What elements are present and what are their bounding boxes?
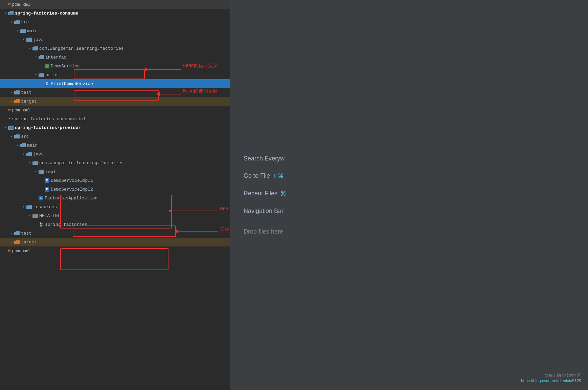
tree-item-DemoServiceImpl2[interactable]: CDemoServiceImpl2 bbox=[0, 185, 230, 194]
tree-item-DemoServiceImpl1[interactable]: CDemoServiceImpl1 bbox=[0, 176, 230, 185]
tree-item-label: spring-factories-provider bbox=[15, 125, 81, 130]
tree-item-interfac[interactable]: interfac bbox=[0, 53, 230, 62]
recent-files-label: Recent Files bbox=[244, 190, 277, 197]
tree-item-pom-top[interactable]: mpom.xml bbox=[0, 0, 230, 9]
folder-icon bbox=[26, 204, 32, 209]
folder-icon bbox=[20, 28, 26, 33]
go-to-file-label: Go to File bbox=[244, 172, 270, 179]
tree-item-label: java bbox=[33, 37, 44, 42]
tree-item-label: com.wangzemin.learning.factories bbox=[39, 46, 124, 51]
collapse-arrow[interactable] bbox=[27, 46, 32, 51]
file-tree: mpom.xml spring-factories-consume src ma… bbox=[0, 0, 230, 255]
tree-item-pom-1[interactable]: mpom.xml bbox=[0, 106, 230, 114]
tree-item-test-2[interactable]: test bbox=[0, 229, 230, 238]
expand-arrow[interactable] bbox=[9, 231, 14, 236]
drop-files-label: Drop files here bbox=[244, 228, 588, 235]
folder-icon bbox=[39, 55, 44, 60]
svg-rect-0 bbox=[9, 13, 13, 15]
search-everywhere-label: Search Everyw bbox=[244, 155, 285, 162]
collapse-arrow[interactable] bbox=[33, 72, 39, 78]
collapse-arrow[interactable] bbox=[3, 10, 8, 16]
tree-item-pom-2[interactable]: mpom.xml bbox=[0, 246, 230, 255]
tree-item-java-1[interactable]: java bbox=[0, 35, 230, 44]
tree-item-label: src bbox=[21, 20, 29, 25]
xml-icon: m bbox=[8, 108, 10, 112]
tree-item-com-wangzemin-2[interactable]: com.wangzemin.learning.factories bbox=[0, 158, 230, 167]
recent-files-key: ⌘ bbox=[280, 190, 286, 197]
tree-item-label: spring-factories-consume.iml bbox=[12, 116, 86, 122]
tree-item-com-wangzemin-1[interactable]: com.wangzemin.learning.factories bbox=[0, 44, 230, 53]
collapse-arrow[interactable] bbox=[3, 125, 8, 130]
collapse-arrow[interactable] bbox=[33, 169, 39, 174]
tree-item-spring-factories-provider[interactable]: spring-factories-provider bbox=[0, 123, 230, 132]
tree-item-FactoriesApplication[interactable]: CFactoriesApplication bbox=[0, 194, 230, 202]
file-tree-panel: mpom.xml spring-factories-consume src ma… bbox=[0, 0, 230, 390]
collapse-arrow[interactable] bbox=[27, 160, 32, 166]
collapse-arrow[interactable] bbox=[21, 37, 26, 42]
collapse-arrow[interactable] bbox=[27, 213, 32, 218]
xml-icon: m bbox=[8, 248, 10, 253]
shortcuts-panel: Search Everyw Go to File ⇧⌘ Recent Files… bbox=[230, 0, 588, 390]
tree-item-label: pom.xml bbox=[12, 108, 30, 113]
folder-icon bbox=[20, 143, 26, 148]
folder-icon bbox=[39, 169, 44, 174]
collapse-arrow[interactable] bbox=[9, 19, 14, 25]
iml-icon: ▪ bbox=[8, 116, 10, 121]
tree-item-label: FactoriesApplication bbox=[45, 196, 97, 201]
collapse-arrow[interactable] bbox=[15, 28, 20, 34]
watermark-area: @稀土掘金技术社区 https://blog.csdn.net/dieaixia… bbox=[521, 373, 581, 383]
tree-item-target-2[interactable]: target bbox=[0, 238, 230, 246]
navigation-bar-shortcut[interactable]: Navigation Bar bbox=[244, 208, 588, 215]
collapse-arrow[interactable] bbox=[9, 134, 14, 139]
module-folder-icon bbox=[8, 125, 14, 130]
folder-icon bbox=[14, 231, 20, 236]
xml-icon: m bbox=[8, 2, 10, 7]
folder-icon bbox=[39, 72, 44, 77]
folder-icon bbox=[26, 37, 32, 42]
annotation-main-class: 主类 bbox=[220, 226, 229, 232]
collapse-arrow[interactable] bbox=[21, 204, 26, 210]
tree-item-resources[interactable]: resources bbox=[0, 202, 230, 211]
go-to-file-shortcut[interactable]: Go to File ⇧⌘ bbox=[244, 172, 588, 180]
tree-item-spring-factories[interactable]: 🍃spring.factories bbox=[0, 220, 230, 229]
tree-item-impl[interactable]: impl bbox=[0, 167, 230, 176]
svg-rect-1 bbox=[9, 127, 13, 129]
tree-item-PrintDemoService[interactable]: CPrintDemoService bbox=[0, 79, 230, 88]
tree-item-src-2[interactable]: src bbox=[0, 132, 230, 141]
tree-item-label: DemoServiceImpl1 bbox=[51, 178, 93, 183]
tree-item-main-1[interactable]: main bbox=[0, 26, 230, 35]
tree-item-label: DemoServiceImpl2 bbox=[51, 187, 93, 192]
collapse-arrow[interactable] bbox=[21, 151, 26, 157]
tree-item-spring-factories-consume[interactable]: spring-factories-consume bbox=[0, 9, 230, 18]
tree-item-label: print bbox=[45, 72, 59, 78]
tree-item-src-1[interactable]: src bbox=[0, 18, 230, 26]
tree-item-label: PrintDemoService bbox=[51, 81, 93, 86]
tree-item-label: main bbox=[27, 28, 38, 34]
expand-arrow[interactable] bbox=[9, 239, 14, 245]
tree-item-print[interactable]: print bbox=[0, 70, 230, 79]
recent-files-shortcut[interactable]: Recent Files ⌘ bbox=[244, 190, 588, 197]
tree-item-iml-1[interactable]: ▪spring-factories-consume.iml bbox=[0, 114, 230, 123]
collapse-arrow[interactable] bbox=[33, 55, 39, 60]
folder-icon bbox=[14, 134, 20, 139]
tree-item-label: target bbox=[21, 240, 37, 245]
tree-item-META-INF[interactable]: META-INF bbox=[0, 211, 230, 220]
tree-item-label: spring-factories-consume bbox=[15, 11, 78, 16]
tree-item-target-1[interactable]: target bbox=[0, 97, 230, 106]
class-icon: C bbox=[45, 81, 49, 86]
expand-arrow[interactable] bbox=[9, 99, 14, 104]
annotation-bean-impl: Bean的实现 bbox=[220, 206, 230, 212]
search-everywhere-shortcut[interactable]: Search Everyw bbox=[244, 155, 588, 162]
tree-item-java-2[interactable]: java bbox=[0, 150, 230, 158]
folder-icon bbox=[26, 152, 32, 156]
folder-icon bbox=[32, 213, 38, 218]
tree-item-label: pom.xml bbox=[12, 248, 30, 254]
tree-item-main-2[interactable]: main bbox=[0, 141, 230, 150]
tree-item-label: spring.factories bbox=[45, 222, 87, 227]
annotation-interface-def: Bean的借口定义 bbox=[183, 63, 218, 69]
expand-arrow[interactable] bbox=[9, 90, 14, 95]
watermark-url: https://blog.csdn.net/dieaixia5129 bbox=[521, 378, 581, 383]
tree-item-label: java bbox=[33, 152, 44, 157]
collapse-arrow[interactable] bbox=[15, 143, 20, 148]
tree-item-label: test bbox=[21, 90, 31, 95]
